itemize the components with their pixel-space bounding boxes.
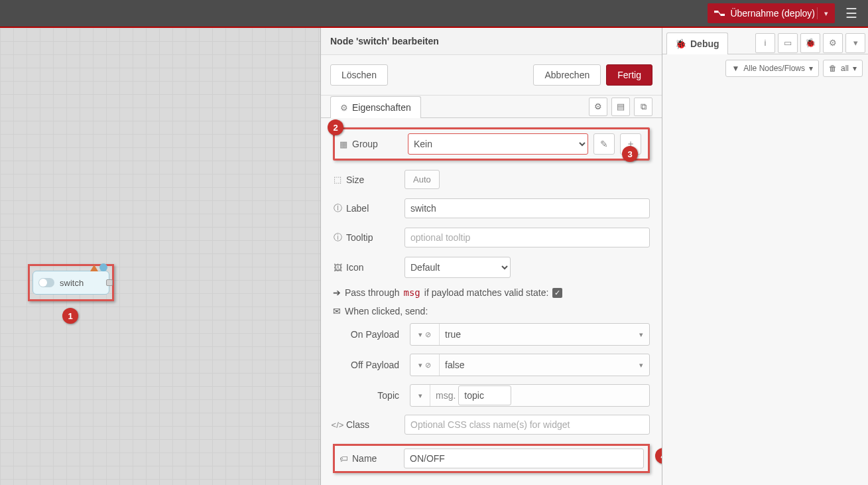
switch-node[interactable]: switch — [32, 271, 109, 295]
tooltip-label: Tooltip — [346, 232, 373, 243]
icon-select[interactable]: Default — [404, 257, 511, 278]
class-input[interactable] — [404, 415, 650, 435]
tooltip-input[interactable] — [404, 228, 650, 247]
off-payload-type[interactable]: ▾ ⊘ — [410, 354, 440, 376]
passthrough-checkbox[interactable]: ✓ — [552, 288, 562, 298]
info-icon: ⓘ — [333, 232, 342, 243]
topbar: Übernahme (deploy) ☰ — [0, 0, 868, 28]
properties-tab[interactable]: ⚙ Eigenschaften — [330, 96, 421, 118]
group-select[interactable]: Kein — [408, 133, 588, 155]
filter-icon: ▼ — [731, 64, 739, 73]
caret-down-icon2: ▾ — [853, 64, 857, 73]
chevron-down-icon[interactable]: ▾ — [845, 33, 865, 53]
class-label: Class — [346, 419, 369, 430]
image-icon: 🖼 — [333, 263, 342, 273]
topic-prefix: msg. — [436, 390, 456, 401]
status-dot-icon — [99, 263, 107, 271]
off-payload-caret-icon[interactable]: ▾ — [633, 361, 649, 370]
name-input[interactable] — [404, 449, 644, 468]
gear-icon-btn[interactable]: ⚙ — [823, 33, 843, 53]
svg-rect-0 — [714, 11, 718, 13]
on-payload-value[interactable]: true — [440, 329, 633, 340]
flow-canvas[interactable]: switch 1 — [0, 28, 321, 485]
sidebar: 🐞 Debug i ▭ 🐞 ⚙ ▾ ▼ Alle Nodes/Flows ▾ — [662, 28, 868, 485]
deploy-label: Übernahme (deploy) — [730, 8, 815, 19]
filter-dropdown[interactable]: ▼ Alle Nodes/Flows ▾ — [725, 60, 819, 77]
topic-type[interactable]: ▾ — [410, 385, 430, 406]
tag-icon: 🏷 — [339, 454, 348, 464]
properties-tab-label: Eigenschaften — [352, 102, 411, 113]
group-label: Group — [352, 139, 378, 149]
node-output-port[interactable] — [106, 279, 113, 286]
deploy-button[interactable]: Übernahme (deploy) — [708, 3, 835, 23]
edit-group-button[interactable]: ✎ — [593, 133, 615, 155]
editor-panel: Node 'switch' bearbeiten Löschen Abbrech… — [321, 28, 662, 485]
passthrough-pre: Pass through — [345, 287, 400, 298]
size-label: Size — [346, 174, 364, 185]
delete-button[interactable]: Löschen — [330, 64, 388, 86]
grid-icon: ▦ — [339, 139, 348, 149]
bug-icon: 🐞 — [675, 38, 686, 49]
debug-tab-label: Debug — [690, 38, 719, 49]
name-row-highlight: 🏷Name — [333, 444, 650, 473]
group-row-highlight: ▦Group Kein ✎ ＋ — [333, 127, 650, 161]
label-label: Label — [346, 203, 369, 214]
filter-label: Alle Nodes/Flows — [743, 64, 805, 73]
label-input[interactable] — [404, 198, 650, 218]
switch-slider-icon — [38, 278, 54, 287]
msg-code: msg — [404, 287, 420, 298]
text-cursor-icon: Ⓘ — [333, 202, 342, 214]
book-icon[interactable]: ▭ — [778, 33, 798, 53]
menu-icon[interactable]: ☰ — [840, 3, 863, 24]
annotation-marker-4: 4 — [655, 448, 662, 464]
changed-triangle-icon — [90, 265, 98, 271]
topic-label: Topic — [346, 390, 404, 401]
envelope-icon: ✉ — [333, 306, 341, 316]
arrow-right-icon: ➔ — [333, 287, 341, 298]
name-label: Name — [352, 453, 377, 464]
node-label: switch — [60, 278, 84, 288]
bug-icon-btn[interactable]: 🐞 — [800, 33, 820, 53]
settings-icon[interactable]: ⚙ — [589, 98, 607, 116]
size-icon: ⬚ — [333, 174, 342, 184]
caret-down-icon: ▾ — [809, 64, 813, 73]
info-icon-btn[interactable]: i — [755, 33, 775, 53]
done-button[interactable]: Fertig — [606, 64, 652, 86]
passthrough-post: if payload matches valid state: — [424, 287, 549, 298]
switch-node-highlight: switch — [28, 264, 114, 301]
trash-label: all — [841, 64, 849, 73]
pencil-icon: ✎ — [600, 139, 608, 149]
debug-tab[interactable]: 🐞 Debug — [666, 33, 728, 54]
doc-icon[interactable]: ▤ — [611, 98, 630, 116]
on-payload-label: On Payload — [346, 329, 404, 340]
trash-dropdown[interactable]: 🗑 all ▾ — [823, 60, 863, 77]
topic-input[interactable] — [458, 385, 511, 405]
editor-title: Node 'switch' bearbeiten — [321, 28, 662, 55]
on-payload-type[interactable]: ▾ ⊘ — [410, 324, 440, 345]
svg-rect-1 — [721, 14, 725, 16]
size-button[interactable]: Auto — [404, 170, 440, 189]
off-payload-label: Off Payload — [346, 360, 404, 370]
annotation-marker-2: 2 — [328, 119, 343, 135]
code-icon: </> — [333, 420, 342, 430]
cancel-button[interactable]: Abbrechen — [533, 64, 601, 86]
trash-icon: 🗑 — [829, 64, 837, 73]
annotation-marker-1: 1 — [62, 308, 78, 324]
annotation-marker-3: 3 — [622, 146, 638, 162]
gear-icon: ⚙ — [340, 103, 348, 113]
on-payload-caret-icon[interactable]: ▾ — [633, 330, 649, 339]
appearance-icon[interactable]: ⧉ — [634, 98, 652, 116]
icon-label: Icon — [346, 262, 363, 273]
when-clicked-label: When clicked, send: — [345, 306, 428, 316]
deploy-icon — [714, 9, 725, 17]
off-payload-value[interactable]: false — [440, 360, 633, 370]
